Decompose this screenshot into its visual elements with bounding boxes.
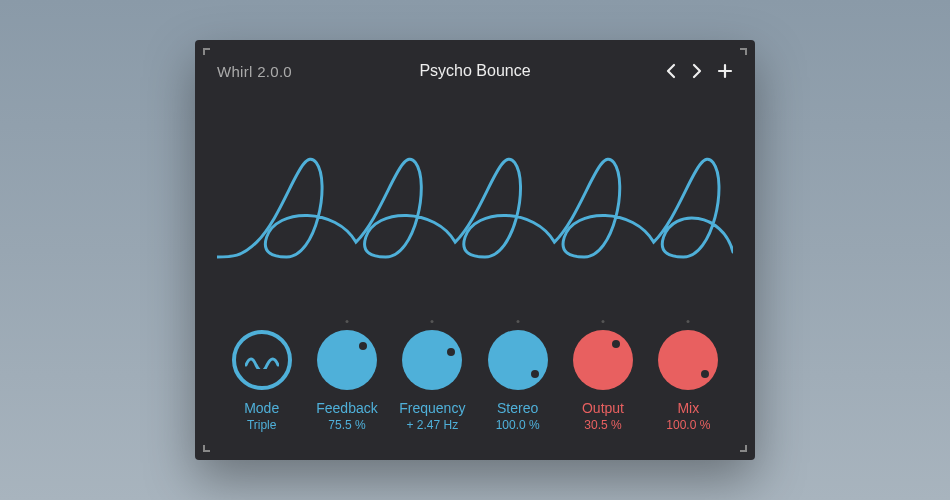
corner-decoration (733, 48, 747, 62)
knob-indicator (447, 348, 455, 356)
mix-control: Mix 100.0 % (650, 330, 727, 432)
knob-label: Frequency (399, 400, 465, 416)
knob-value: 100.0 % (666, 418, 710, 432)
knob-tick (516, 320, 519, 323)
knob-value: 30.5 % (584, 418, 621, 432)
plugin-window: Whirl 2.0.0 Psycho Bounce (195, 40, 755, 460)
knob-indicator (612, 340, 620, 348)
mix-knob[interactable] (658, 330, 718, 390)
header: Whirl 2.0.0 Psycho Bounce (217, 58, 733, 84)
plus-icon (717, 63, 733, 79)
stereo-control: Stereo 100.0 % (479, 330, 556, 432)
knob-value: 100.0 % (496, 418, 540, 432)
corner-decoration (733, 438, 747, 452)
knob-label: Mix (677, 400, 699, 416)
knob-tick (687, 320, 690, 323)
waveform-icon (217, 128, 733, 297)
chevron-right-icon (691, 63, 703, 79)
stereo-knob[interactable] (488, 330, 548, 390)
knob-label: Feedback (316, 400, 377, 416)
knob-label: Mode (244, 400, 279, 416)
chevron-left-icon (665, 63, 677, 79)
knob-indicator (701, 370, 709, 378)
frequency-knob[interactable] (402, 330, 462, 390)
wave-mode-icon (245, 351, 279, 369)
knob-tick (431, 320, 434, 323)
knob-label: Stereo (497, 400, 538, 416)
next-preset-button[interactable] (691, 63, 703, 79)
feedback-control: Feedback 75.5 % (308, 330, 385, 432)
prev-preset-button[interactable] (665, 63, 677, 79)
add-preset-button[interactable] (717, 63, 733, 79)
feedback-knob[interactable] (317, 330, 377, 390)
knob-tick (345, 320, 348, 323)
corner-decoration (203, 48, 217, 62)
frequency-control: Frequency + 2.47 Hz (394, 330, 471, 432)
knob-value: 75.5 % (328, 418, 365, 432)
knob-label: Output (582, 400, 624, 416)
app-name: Whirl 2.0.0 (217, 63, 292, 80)
corner-decoration (203, 438, 217, 452)
output-control: Output 30.5 % (564, 330, 641, 432)
knob-value: Triple (247, 418, 277, 432)
mode-button[interactable] (232, 330, 292, 390)
knob-row: Mode Triple Feedback 75.5 % Frequency + … (217, 330, 733, 442)
knob-tick (601, 320, 604, 323)
knob-indicator (359, 342, 367, 350)
preset-name[interactable]: Psycho Bounce (419, 62, 530, 80)
knob-indicator (531, 370, 539, 378)
knob-value: + 2.47 Hz (406, 418, 458, 432)
mode-control: Mode Triple (223, 330, 300, 432)
output-knob[interactable] (573, 330, 633, 390)
visualization (217, 94, 733, 330)
preset-nav (665, 63, 733, 79)
